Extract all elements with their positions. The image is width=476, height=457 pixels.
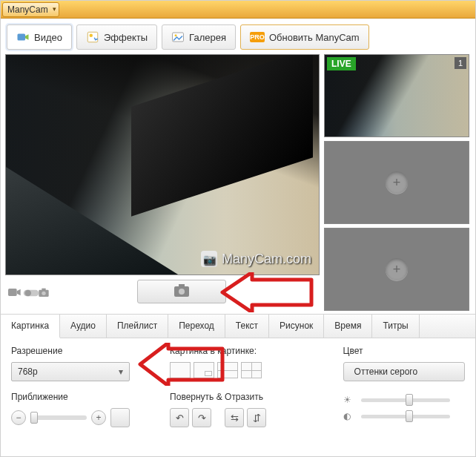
pip-layout-2[interactable] bbox=[194, 362, 214, 378]
pro-badge-icon: PRO bbox=[250, 32, 265, 42]
svg-rect-2 bbox=[87, 32, 98, 42]
svg-point-12 bbox=[42, 292, 45, 295]
prop-tab-picture[interactable]: Картинка bbox=[1, 315, 60, 338]
add-source-icon: + bbox=[386, 171, 408, 194]
zoom-label: Приближение bbox=[11, 392, 140, 402]
pip-label: Картинка в картинке: bbox=[170, 346, 313, 356]
rotate-label: Повернуть & Отразить bbox=[170, 392, 313, 402]
prop-tab-drawing[interactable]: Рисунок bbox=[269, 315, 324, 338]
prop-tab-audio[interactable]: Аудио bbox=[60, 315, 107, 338]
nav-tab-video[interactable]: Видео bbox=[7, 24, 72, 50]
svg-point-5 bbox=[175, 34, 177, 36]
pip-column: Картинка в картинке: Повернуть & Отразит… bbox=[170, 346, 313, 427]
resolution-label: Разрешение bbox=[11, 346, 140, 356]
add-source-icon: + bbox=[386, 258, 408, 280]
nav-tab-update[interactable]: PRO Обновить ManyCam bbox=[240, 24, 369, 50]
svg-marker-7 bbox=[17, 289, 21, 295]
source-slot-2[interactable]: + bbox=[324, 141, 469, 224]
svg-rect-6 bbox=[8, 289, 17, 296]
prop-tab-drawing-label: Рисунок bbox=[280, 320, 313, 331]
app-title: ManyCam bbox=[7, 4, 48, 15]
source-slot-1[interactable]: LIVE 1 bbox=[324, 54, 469, 137]
nav-tab-update-label: Обновить ManyCam bbox=[269, 32, 360, 43]
contrast-row: ◐ bbox=[343, 411, 465, 421]
svg-marker-1 bbox=[25, 34, 29, 40]
prop-tab-transition-label: Переход bbox=[179, 320, 214, 331]
brightness-slider[interactable] bbox=[361, 398, 450, 402]
live-badge: LIVE bbox=[327, 57, 356, 70]
pip-layout-4[interactable] bbox=[241, 362, 262, 378]
source-slot-3[interactable]: + bbox=[324, 228, 469, 311]
zoom-slider[interactable] bbox=[30, 415, 87, 420]
camera-small-icon[interactable] bbox=[38, 287, 50, 296]
nav-tab-video-label: Видео bbox=[34, 32, 62, 43]
svg-point-3 bbox=[89, 34, 93, 38]
manycam-logo-icon: 📷 bbox=[201, 251, 217, 267]
nav-tab-gallery-label: Галерея bbox=[189, 32, 226, 43]
zoom-control: − + bbox=[11, 408, 140, 427]
snapshot-button[interactable] bbox=[137, 280, 226, 303]
main-nav: Видео Эффекты Галерея PRO Обновить ManyC… bbox=[1, 19, 475, 50]
brightness-icon: ☀ bbox=[343, 395, 354, 405]
nav-tab-gallery[interactable]: Галерея bbox=[162, 24, 236, 50]
pip-layout-3[interactable] bbox=[217, 362, 238, 378]
prop-tab-playlist[interactable]: Плейлист bbox=[107, 315, 168, 338]
color-column: Цвет Оттенки серого ☀ ◐ bbox=[343, 346, 465, 427]
prop-tab-titles-label: Титры bbox=[383, 320, 408, 331]
app-menu-button[interactable]: ManyCam bbox=[2, 2, 59, 17]
source-grid: LIVE 1 + + bbox=[324, 54, 469, 311]
svg-point-15 bbox=[179, 289, 185, 295]
svg-rect-14 bbox=[179, 284, 185, 287]
gallery-icon bbox=[171, 30, 185, 44]
brightness-slider-thumb[interactable] bbox=[406, 394, 413, 406]
webcam-icon bbox=[16, 30, 30, 44]
top-menu-bar: ManyCam bbox=[1, 1, 475, 19]
zoom-reset-button[interactable] bbox=[110, 408, 130, 427]
toggle-switch-icon[interactable] bbox=[23, 287, 35, 296]
prop-tab-text-label: Текст bbox=[236, 320, 258, 331]
pip-layout-grid bbox=[170, 362, 313, 378]
svg-rect-11 bbox=[42, 289, 45, 291]
preview-column: 📷 ManyCam.com bbox=[5, 54, 320, 311]
property-tabs: Картинка Аудио Плейлист Переход Текст Ри… bbox=[1, 314, 475, 338]
flip-horizontal-button[interactable]: ⇆ bbox=[225, 408, 244, 427]
rotate-controls: ↶ ↷ ⇆ ⇵ bbox=[170, 408, 313, 427]
resolution-value: 768p bbox=[18, 366, 38, 377]
nav-tab-effects[interactable]: Эффекты bbox=[76, 24, 157, 50]
contrast-slider-thumb[interactable] bbox=[406, 410, 413, 422]
camera-icon bbox=[173, 283, 191, 300]
prop-tab-time-label: Время bbox=[334, 320, 361, 331]
contrast-slider[interactable] bbox=[361, 415, 450, 418]
source-index-badge: 1 bbox=[454, 57, 466, 69]
color-label: Цвет bbox=[343, 346, 465, 356]
sparkle-icon bbox=[86, 30, 99, 44]
webcam-feed-image bbox=[6, 55, 319, 274]
prop-tab-time[interactable]: Время bbox=[324, 315, 372, 338]
prop-tab-audio-label: Аудио bbox=[70, 320, 96, 331]
svg-rect-0 bbox=[18, 34, 26, 41]
zoom-slider-thumb[interactable] bbox=[30, 412, 38, 424]
contrast-icon: ◐ bbox=[343, 411, 354, 421]
rotate-right-button[interactable]: ↷ bbox=[192, 408, 211, 427]
prop-tab-text[interactable]: Текст bbox=[225, 315, 269, 338]
zoom-out-button[interactable]: − bbox=[11, 410, 26, 425]
prop-tab-titles[interactable]: Титры bbox=[372, 315, 419, 338]
prop-tab-transition[interactable]: Переход bbox=[168, 315, 225, 338]
pip-layout-1[interactable] bbox=[170, 362, 191, 378]
prop-tab-playlist-label: Плейлист bbox=[117, 320, 157, 331]
grayscale-button-label: Оттенки серого bbox=[354, 366, 418, 377]
rotate-left-button[interactable]: ↶ bbox=[170, 408, 189, 427]
grayscale-button[interactable]: Оттенки серого bbox=[343, 362, 465, 381]
watermark: 📷 ManyCam.com bbox=[201, 251, 311, 267]
settings-panel: Разрешение 768p Приближение − + Картинка… bbox=[1, 338, 475, 438]
resolution-select[interactable]: 768p bbox=[11, 362, 130, 381]
video-preview[interactable]: 📷 ManyCam.com bbox=[5, 54, 320, 275]
zoom-in-button[interactable]: + bbox=[91, 410, 106, 425]
main-area: 📷 ManyCam.com LIVE 1 + bbox=[1, 50, 475, 311]
watermark-text: ManyCam.com bbox=[222, 251, 311, 267]
brightness-row: ☀ bbox=[343, 395, 465, 405]
nav-tab-effects-label: Эффекты bbox=[104, 32, 148, 43]
record-video-icon[interactable] bbox=[8, 287, 20, 296]
resolution-column: Разрешение 768p Приближение − + bbox=[11, 346, 140, 427]
flip-vertical-button[interactable]: ⇵ bbox=[247, 408, 266, 427]
